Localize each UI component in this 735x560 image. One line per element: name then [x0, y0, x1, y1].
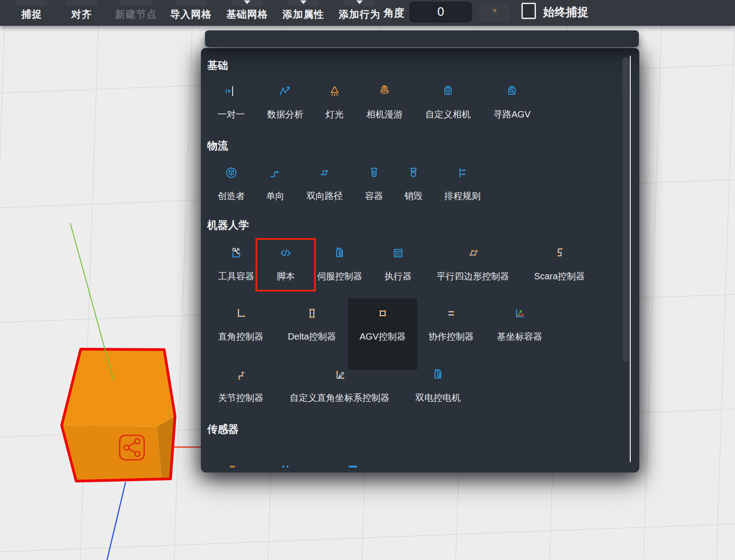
- palette-item-tool-container[interactable]: 工具容器: [218, 245, 254, 282]
- chevron-down-icon: [356, 0, 363, 4]
- section-title: 物流: [207, 139, 228, 153]
- palette-item-base-frame-container[interactable]: 基坐标容器: [497, 306, 542, 343]
- light-icon: [327, 83, 342, 99]
- chevron-down-icon: [300, 0, 307, 4]
- palette-item-label: 自定义直角坐标系控制器: [290, 392, 389, 404]
- actuator-icon: [390, 245, 406, 261]
- tool-container-icon: [229, 245, 244, 261]
- agv-controller-icon: [375, 306, 390, 321]
- add-property-label: 添加属性: [282, 8, 324, 21]
- camera-roam-icon: [377, 83, 392, 99]
- degree-symbol: °: [492, 6, 497, 19]
- palette-item-label: 单向: [266, 190, 284, 202]
- palette-item-label: 灯光: [326, 108, 344, 121]
- palette-item-cartesian-controller[interactable]: 直角控制器: [218, 306, 263, 343]
- clipped-icon-fragment: [230, 466, 235, 467]
- delta-controller-icon: [304, 306, 320, 321]
- toolbar-button-import-mesh[interactable]: 导入网格: [170, 0, 212, 21]
- servo-controller-icon: [332, 245, 347, 261]
- palette-item-agv-controller[interactable]: AGV控制器: [360, 306, 406, 343]
- palette-item-label: 自定义相机: [425, 108, 471, 121]
- one-way-icon: [268, 165, 283, 180]
- angle-input[interactable]: 0: [409, 2, 472, 22]
- palette-item-collaborative-controller[interactable]: 协作控制器: [428, 306, 474, 343]
- palette-item-label: 销毁: [404, 190, 423, 202]
- toolbar-button-basic-mesh[interactable]: 基础网格: [226, 0, 268, 21]
- palette-item-one-to-one[interactable]: 一对一: [218, 83, 245, 121]
- palette-item-label: 执行器: [385, 270, 412, 282]
- palette-item-parallelogram-controller[interactable]: 平行四边形控制器: [437, 245, 509, 282]
- axis-z-blue: [107, 482, 126, 560]
- joint-controller-icon: [233, 367, 248, 382]
- palette-item-destroy[interactable]: 销毁: [404, 165, 423, 202]
- app-window: 捕捉对齐新建节点导入网格基础网格添加属性添加行为 角度 0 ° 始终捕捉 基础 …: [0, 0, 735, 560]
- palette-item-servo-controller[interactable]: 伺服控制器: [317, 245, 362, 282]
- custom-camera-icon: [440, 83, 456, 99]
- new-node-button-top[interactable]: [120, 0, 152, 6]
- scrollbar-thumb[interactable]: [623, 57, 629, 362]
- palette-item-actuator[interactable]: 执行器: [385, 245, 412, 282]
- new-node-label: 新建节点: [115, 8, 157, 21]
- palette-item-scara-controller[interactable]: Scara控制器: [534, 245, 585, 282]
- palette-item-custom-cartesian-controller[interactable]: 自定义直角坐标系控制器: [290, 367, 389, 404]
- script-icon: [278, 245, 293, 261]
- toolbar-button-snap[interactable]: 捕捉: [16, 0, 48, 21]
- palette-item-label: 排程规则: [444, 190, 481, 202]
- basic-mesh-button-top[interactable]: [231, 0, 263, 6]
- palette-item-label: Delta控制器: [288, 331, 336, 343]
- palette-item-script[interactable]: 脚本: [277, 245, 295, 282]
- palette-item-delta-controller[interactable]: Delta控制器: [288, 306, 336, 343]
- palette-item-joint-controller[interactable]: 关节控制器: [218, 367, 263, 404]
- palette-item-dual-motor[interactable]: 双电控电机: [415, 367, 461, 404]
- palette-item-one-way[interactable]: 单向: [266, 165, 284, 202]
- toolbar-button-align[interactable]: 对齐: [66, 0, 97, 21]
- align-label: 对齐: [71, 8, 92, 21]
- palette-item-label: 基坐标容器: [497, 331, 542, 343]
- snap-button-top[interactable]: [16, 0, 48, 6]
- selected-cube[interactable]: [62, 349, 175, 481]
- palette-item-data-analysis[interactable]: 数据分析: [267, 83, 303, 121]
- two-way-path-icon: [317, 165, 332, 180]
- palette-item-two-way-path[interactable]: 双向路径: [307, 165, 343, 202]
- scheduling-icon: [455, 165, 470, 180]
- toolbar-button-new-node[interactable]: 新建节点: [115, 0, 157, 21]
- search-input[interactable]: [205, 30, 639, 47]
- palette-item-label: 双向路径: [307, 190, 343, 202]
- palette-item-camera-roam[interactable]: 相机漫游: [366, 83, 403, 121]
- angle-unit-box: °: [480, 3, 510, 22]
- palette-item-label: 双电控电机: [415, 392, 461, 404]
- toolbar-button-add-property[interactable]: 添加属性: [282, 0, 324, 21]
- add-behavior-button-top[interactable]: [344, 0, 375, 6]
- cube-front-face[interactable]: [62, 425, 162, 481]
- palette-item-label: 协作控制器: [428, 331, 474, 343]
- palette-item-creator[interactable]: 创造者: [218, 165, 245, 202]
- palette-item-label: 伺服控制器: [317, 270, 362, 282]
- scara-controller-icon: [552, 245, 567, 261]
- destroy-icon: [406, 165, 421, 180]
- clipped-icon-fragment: [282, 466, 284, 467]
- custom-cartesian-controller-icon: [332, 367, 347, 382]
- palette-item-scheduling[interactable]: 排程规则: [444, 165, 481, 202]
- palette-item-label: 相机漫游: [366, 108, 403, 121]
- palette-item-label: 平行四边形控制器: [437, 270, 509, 282]
- palette-item-light[interactable]: 灯光: [326, 83, 344, 121]
- dual-motor-icon: [430, 367, 446, 382]
- align-button-top[interactable]: [66, 0, 97, 6]
- palette-item-container[interactable]: 容器: [365, 165, 383, 202]
- toolbar-button-add-behavior[interactable]: 添加行为: [339, 0, 380, 21]
- angle-label: 角度: [384, 6, 404, 20]
- angle-value: 0: [437, 5, 444, 19]
- palette-item-label: 创造者: [218, 190, 245, 202]
- add-property-button-top[interactable]: [287, 0, 319, 6]
- palette-item-label: AGV控制器: [360, 331, 406, 343]
- palette-item-pathfinding-agv[interactable]: 寻路AGV: [493, 83, 531, 121]
- palette-item-label: 容器: [365, 190, 383, 202]
- always-snap-label: 始终捕捉: [543, 5, 589, 19]
- section-title: 传感器: [207, 422, 239, 436]
- palette-item-label: 关节控制器: [218, 392, 263, 404]
- palette-item-custom-camera[interactable]: 自定义相机: [425, 83, 471, 121]
- one-to-one-icon: [224, 83, 239, 99]
- add-behavior-label: 添加行为: [339, 8, 380, 21]
- always-snap-checkbox[interactable]: [521, 3, 536, 19]
- import-mesh-button-top[interactable]: [175, 0, 207, 6]
